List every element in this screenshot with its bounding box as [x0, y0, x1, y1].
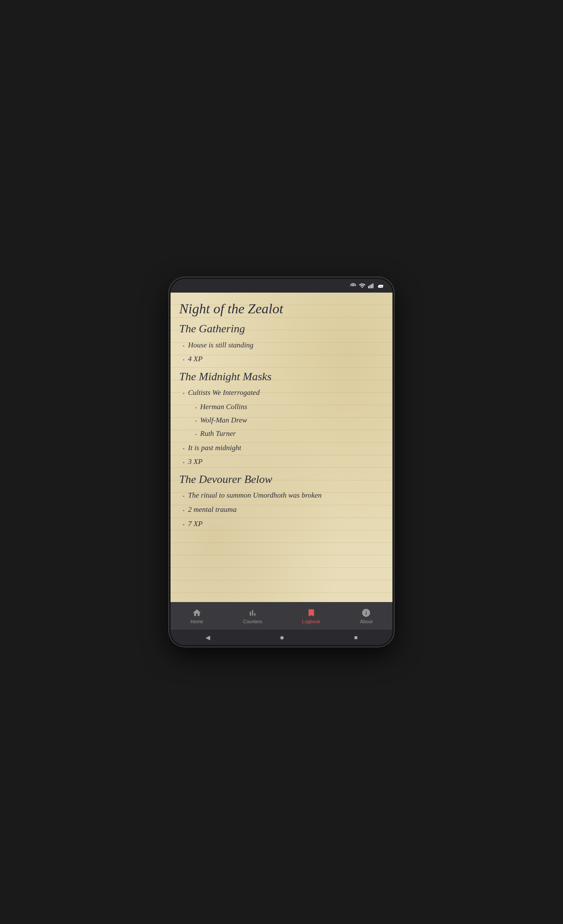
- campaign-title: Night of the Zealot: [179, 300, 384, 317]
- recents-button[interactable]: ■: [354, 634, 357, 641]
- svg-rect-4: [373, 284, 373, 288]
- android-home-button[interactable]: ●: [280, 633, 285, 642]
- list-item: · 7 XP: [183, 518, 384, 531]
- list-item: · House is still standing: [183, 339, 384, 353]
- nav-label-counters: Counters: [243, 619, 263, 624]
- svg-rect-1: [368, 286, 369, 288]
- entry-text: 4 XP: [188, 353, 203, 365]
- list-item: · The ritual to summon Umordhoth was bro…: [183, 489, 384, 503]
- parchment-content[interactable]: Night of the Zealot The Gathering · Hous…: [171, 293, 392, 602]
- nav-item-logbook[interactable]: Logbook: [297, 606, 326, 626]
- nav-label-logbook: Logbook: [302, 619, 320, 624]
- entry-text: The ritual to summon Umordhoth was broke…: [188, 489, 322, 501]
- entry-text: House is still standing: [188, 339, 254, 351]
- bullet-icon: ·: [183, 388, 185, 400]
- bullet-icon: ·: [195, 429, 197, 441]
- bullet-icon: ·: [183, 354, 185, 366]
- status-time: 4:47: [177, 282, 188, 289]
- bullet-icon: ·: [195, 402, 197, 414]
- svg-rect-3: [371, 284, 372, 288]
- info-icon: [361, 608, 371, 618]
- midnight-masks-entries: · Cultists We Interrogated · Herman Coll…: [183, 387, 384, 469]
- android-nav-bar: ◀ ● ■: [171, 630, 392, 645]
- entry-text: 3 XP: [188, 456, 203, 467]
- status-bar: 4:47: [171, 279, 392, 293]
- devourer-entries: · The ritual to summon Umordhoth was bro…: [183, 489, 384, 531]
- nav-item-about[interactable]: About: [355, 606, 378, 626]
- list-item: · It is past midnight: [183, 442, 384, 455]
- back-button[interactable]: ◀: [206, 634, 210, 641]
- svg-rect-2: [370, 285, 370, 288]
- bullet-icon: ·: [183, 457, 185, 469]
- entry-text: 2 mental trauma: [188, 504, 237, 515]
- nav-item-home[interactable]: Home: [185, 606, 208, 626]
- list-item: · Ruth Turner: [195, 428, 384, 441]
- svg-rect-6: [383, 285, 383, 286]
- gathering-entries: · House is still standing · 4 XP: [183, 339, 384, 367]
- screen: Night of the Zealot The Gathering · Hous…: [171, 293, 392, 630]
- nav-label-home: Home: [190, 619, 203, 624]
- bullet-icon: ·: [183, 340, 185, 353]
- entry-text: Wolf-Man Drew: [200, 414, 247, 426]
- scenario-title-gathering: The Gathering: [179, 322, 384, 335]
- entry-text: Cultists We Interrogated: [188, 387, 260, 398]
- bullet-icon: ·: [183, 505, 185, 517]
- entry-text: Ruth Turner: [200, 428, 236, 439]
- bullet-icon: ·: [183, 519, 185, 531]
- logbook-icon: [307, 608, 316, 618]
- battery-icon: [377, 282, 386, 289]
- list-item: · 4 XP: [183, 353, 384, 366]
- entry-text: Herman Collins: [200, 401, 247, 413]
- status-icons: [350, 282, 386, 289]
- entry-text: 7 XP: [188, 518, 203, 530]
- bullet-icon: ·: [183, 490, 185, 503]
- home-icon: [192, 608, 202, 618]
- entry-text: It is past midnight: [188, 442, 241, 454]
- device-frame: 4:47 Night of the: [169, 278, 394, 646]
- cultists-sublist: · Herman Collins · Wolf-Man Drew · Ruth …: [195, 401, 384, 441]
- hotspot-icon: [350, 282, 357, 289]
- list-item: · 3 XP: [183, 456, 384, 469]
- scenario-midnight-masks: The Midnight Masks · Cultists We Interro…: [179, 370, 384, 469]
- list-item: · Herman Collins: [195, 401, 384, 414]
- svg-rect-5: [379, 285, 383, 287]
- scenario-title-devourer-below: The Devourer Below: [179, 473, 384, 486]
- svg-point-0: [353, 285, 354, 287]
- list-item: · 2 mental trauma: [183, 504, 384, 517]
- bullet-icon: ·: [183, 443, 185, 455]
- scenario-devourer-below: The Devourer Below · The ritual to summo…: [179, 473, 384, 531]
- bottom-navigation: Home Counters Logbook A: [171, 602, 392, 630]
- bar-chart-icon: [248, 608, 257, 618]
- nav-item-counters[interactable]: Counters: [238, 606, 268, 626]
- nav-label-about: About: [360, 619, 373, 624]
- list-item: · Wolf-Man Drew: [195, 414, 384, 428]
- scenario-gathering: The Gathering · House is still standing …: [179, 322, 384, 366]
- wifi-icon: [359, 282, 366, 289]
- list-item: · Cultists We Interrogated: [183, 387, 384, 400]
- scenario-title-midnight-masks: The Midnight Masks: [179, 370, 384, 383]
- bullet-icon: ·: [195, 415, 197, 428]
- signal-icon: [368, 282, 375, 289]
